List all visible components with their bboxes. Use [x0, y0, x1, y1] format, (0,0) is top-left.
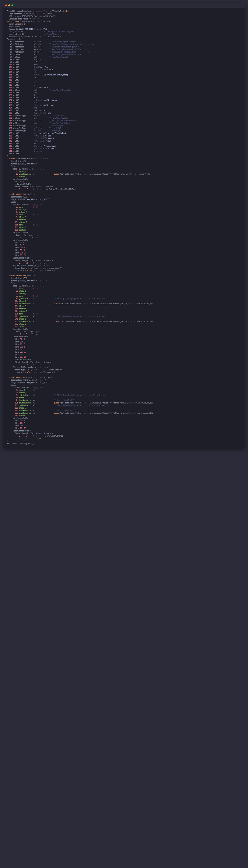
token: 1 — [60, 36, 61, 38]
token: 7: — [7, 399, 18, 401]
token: descriptor — [11, 379, 21, 381]
token: #38 — [9, 135, 12, 137]
token: 28 — [24, 356, 26, 358]
token: ACC_SUPER — [37, 28, 47, 30]
token: // JustCoding/Practise/FinallyTest — [37, 54, 84, 56]
token: 20 — [20, 351, 22, 353]
token: 3: — [7, 290, 18, 292]
token: 2 — [19, 285, 20, 287]
token: 11 — [10, 66, 12, 68]
token: 24: — [7, 318, 18, 320]
token: 25: — [7, 321, 18, 322]
token: line — [15, 249, 19, 251]
token: num — [19, 107, 37, 109]
token: Utf8 — [15, 107, 19, 109]
token: 17: — [7, 410, 18, 411]
token: 3 — [20, 181, 21, 183]
token: 10 — [24, 252, 26, 254]
token: <init> — [19, 59, 40, 61]
token: 8: — [7, 216, 18, 218]
token: Name — [36, 361, 40, 363]
token: I — [150, 402, 151, 404]
token: 33 — [10, 122, 12, 124]
token: #32 — [9, 120, 12, 122]
token: 27 — [20, 422, 22, 424]
token: #3 — [33, 321, 35, 322]
token: 30 — [26, 364, 28, 366]
token: 0 — [21, 36, 22, 38]
token: #21 — [9, 92, 12, 94]
token: 2 — [29, 387, 30, 389]
token: Utf8 — [15, 92, 19, 94]
token: #13 — [9, 71, 12, 73]
token: 40 — [10, 140, 12, 142]
token: 5 — [24, 247, 25, 249]
token: #29 — [9, 112, 12, 114]
token: java/lang/Object — [19, 135, 51, 137]
token: 0 — [33, 295, 34, 297]
token: stack — [13, 387, 18, 389]
close-icon[interactable] — [5, 4, 7, 6]
maximize-icon[interactable] — [11, 4, 13, 6]
token: Methodref — [15, 41, 24, 43]
token: 22 — [10, 94, 12, 96]
token: 30 — [36, 224, 38, 226]
token: 0 — [33, 206, 34, 208]
token: #9 — [10, 61, 12, 63]
token: invokestatic — [19, 399, 31, 401]
token: 0 — [33, 313, 34, 315]
token: I — [26, 277, 27, 279]
token: Utf8 — [15, 97, 19, 99]
token: 1 — [34, 173, 35, 175]
token: #5 — [10, 51, 12, 53]
token: #35 — [9, 127, 12, 129]
token: // java/lang/System — [37, 117, 68, 119]
token: iinc — [19, 313, 23, 315]
token: 23 — [10, 97, 12, 99]
token: class — [54, 412, 59, 414]
token: b — [19, 94, 35, 96]
token: public — [9, 193, 15, 195]
token: #15:#16 — [26, 127, 42, 129]
token: line — [15, 354, 19, 355]
token: out — [19, 143, 37, 145]
token: 35 — [10, 127, 12, 129]
token: Utf8 — [15, 69, 19, 71]
token: #44 — [9, 150, 12, 152]
token: #8:#9 — [26, 115, 40, 117]
token: 15 — [10, 76, 12, 79]
token: stack — [17, 270, 22, 272]
token: 5 — [26, 237, 27, 239]
token: #38 — [20, 56, 37, 58]
token: #17 — [9, 82, 12, 84]
token: 5 — [24, 343, 25, 345]
token: 0 — [33, 262, 34, 264]
token: 3 — [34, 412, 35, 414]
token: iinc — [19, 206, 23, 208]
token: 4: — [7, 176, 18, 178]
token: Utf8 — [15, 110, 19, 112]
token: 923 — [43, 13, 46, 15]
token: flags — [11, 280, 16, 282]
token: #23 — [9, 97, 12, 99]
token: Utf8 — [15, 143, 19, 145]
token: StackMapTable — [19, 87, 48, 89]
token: #31 — [9, 117, 12, 119]
token: #27 — [9, 107, 12, 109]
token: iinc — [19, 214, 23, 216]
token: line — [15, 252, 19, 254]
token: 16 — [10, 79, 12, 81]
token: // java/lang/Object — [24, 33, 59, 35]
token: // "<init>":()V — [39, 115, 64, 117]
token: 0: — [7, 389, 18, 391]
token: 1 — [43, 285, 44, 287]
token: 16 — [26, 262, 28, 264]
token: #41:#42 — [26, 120, 42, 122]
minimize-icon[interactable] — [8, 4, 10, 6]
token: Utf8 — [15, 74, 19, 76]
token: #1 — [10, 41, 12, 43]
token: I — [150, 321, 151, 322]
token: Utf8 — [15, 140, 19, 142]
token: 29 — [10, 112, 12, 114]
token: 10: — [7, 402, 18, 404]
